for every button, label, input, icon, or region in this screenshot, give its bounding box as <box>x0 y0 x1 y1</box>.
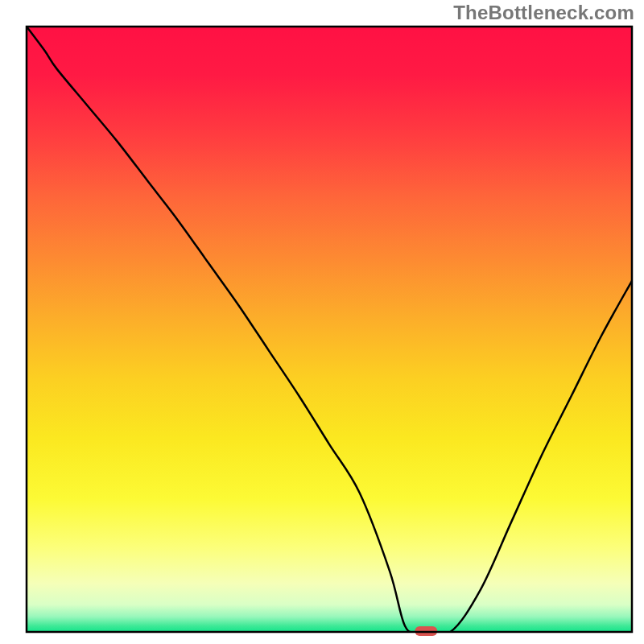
bottleneck-chart <box>0 0 644 644</box>
chart-container: TheBottleneck.com <box>0 0 644 644</box>
plot-background <box>27 27 632 632</box>
watermark-text: TheBottleneck.com <box>453 2 634 24</box>
